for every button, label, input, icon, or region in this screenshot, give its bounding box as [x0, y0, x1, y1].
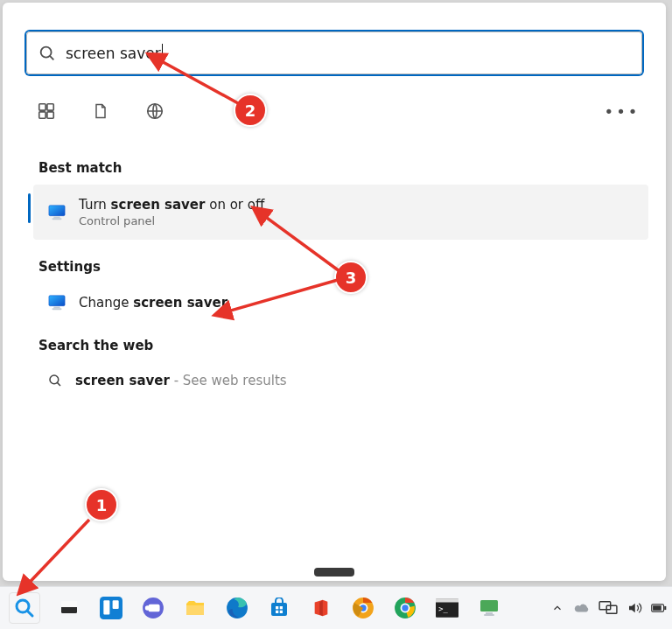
svg-rect-2 [39, 104, 46, 110]
svg-rect-5 [47, 112, 53, 118]
svg-rect-12 [52, 308, 62, 310]
svg-rect-48 [653, 605, 662, 611]
tray [550, 587, 667, 629]
svg-rect-8 [53, 216, 60, 218]
text-caret [162, 44, 163, 63]
svg-rect-27 [271, 603, 287, 616]
svg-text:>_: >_ [438, 605, 448, 613]
taskbar-app-chrome[interactable] [392, 595, 418, 621]
taskbar-app-terminal[interactable]: >_ [434, 595, 460, 621]
svg-rect-23 [149, 605, 160, 612]
svg-line-14 [57, 382, 60, 386]
search-input-value: screen saver [66, 45, 161, 62]
heading-web: Search the web [38, 338, 648, 353]
svg-rect-3 [47, 104, 53, 110]
best-title: Turn screen saver on or off [79, 197, 264, 213]
taskbar: >_ [0, 586, 672, 629]
annotation-bubble-3: 3 [334, 261, 368, 294]
svg-point-24 [145, 605, 150, 610]
tray-overflow[interactable] [550, 600, 565, 616]
svg-line-16 [27, 611, 32, 616]
taskbar-app-chat[interactable] [140, 595, 166, 621]
svg-line-1 [50, 55, 53, 59]
svg-rect-29 [280, 606, 283, 609]
taskbar-app-explorer[interactable] [182, 595, 208, 621]
search-filters: ••• [35, 94, 634, 129]
tray-onedrive-icon[interactable] [574, 600, 590, 616]
svg-rect-18 [61, 601, 77, 607]
svg-rect-10 [49, 296, 65, 306]
taskbar-task-view[interactable] [56, 595, 82, 621]
taskbar-app-store[interactable] [266, 595, 292, 621]
svg-rect-43 [484, 614, 494, 616]
filter-apps[interactable] [35, 100, 58, 122]
svg-rect-20 [103, 600, 109, 614]
svg-rect-30 [276, 611, 278, 613]
svg-rect-11 [53, 307, 60, 309]
search-box[interactable]: screen saver [26, 31, 642, 74]
result-best-match[interactable]: Turn screen saver on or off Control pane… [33, 185, 648, 240]
monitor-icon [47, 204, 66, 221]
best-subtitle: Control panel [79, 214, 264, 227]
taskbar-app-edge[interactable] [224, 595, 250, 621]
svg-rect-28 [276, 606, 278, 609]
tray-battery-icon[interactable] [651, 600, 667, 616]
svg-point-0 [41, 46, 52, 57]
settings-title: Change screen saver [79, 295, 228, 311]
filter-web[interactable] [144, 100, 166, 122]
svg-rect-25 [186, 605, 204, 615]
web-title: screen saver - See web results [75, 373, 287, 388]
svg-rect-31 [280, 611, 283, 613]
svg-rect-42 [486, 612, 493, 614]
tray-volume-icon[interactable] [626, 600, 642, 616]
filter-documents[interactable] [89, 100, 112, 122]
taskbar-app-chrome-canary[interactable] [350, 595, 376, 621]
svg-rect-47 [664, 606, 666, 610]
annotation-bubble-1: 1 [85, 488, 118, 521]
taskbar-search-button[interactable] [9, 592, 40, 624]
svg-rect-7 [49, 205, 65, 215]
svg-point-37 [402, 605, 408, 611]
result-web-search[interactable]: screen saver - See web results [33, 362, 648, 399]
svg-point-13 [50, 375, 59, 384]
svg-rect-21 [113, 600, 119, 609]
svg-rect-4 [39, 112, 46, 118]
tray-network-icon[interactable] [598, 600, 618, 616]
taskbar-app-office[interactable] [308, 595, 334, 621]
heading-best-match: Best match [38, 160, 648, 176]
svg-rect-9 [52, 218, 62, 220]
taskbar-app-generic[interactable] [476, 595, 502, 621]
taskbar-app-trello[interactable] [98, 595, 124, 621]
svg-rect-41 [480, 600, 498, 612]
svg-rect-19 [100, 597, 122, 619]
annotation-bubble-2: 2 [234, 94, 267, 127]
panel-grabber[interactable] [314, 568, 354, 577]
monitor-icon [47, 294, 66, 311]
search-icon [47, 373, 63, 388]
svg-rect-39 [436, 598, 458, 602]
filter-more[interactable]: ••• [611, 100, 634, 122]
